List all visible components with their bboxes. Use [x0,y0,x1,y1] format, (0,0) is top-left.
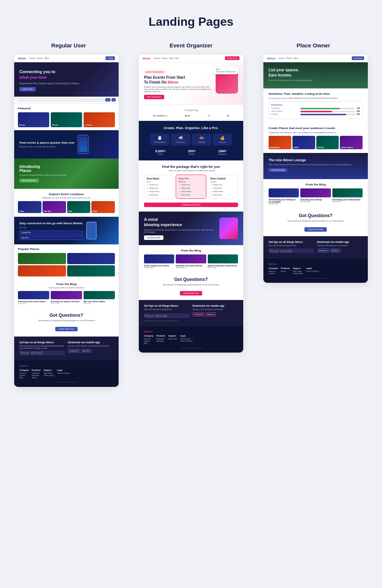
po-blog-card-3: Promoting your listed places Mike Sharp [332,188,363,205]
ru-popular-places: Popular Places [14,244,119,279]
ru-loc-cards: Lagos New York Paris Dubai [18,201,115,213]
ru-footer-copy: © 2023 Ibloov. All rights reserved. [19,381,113,383]
eo-cta-right-text: and get a 10% discount on all events [192,308,238,310]
eo-footer-link-about[interactable]: About Us [144,338,153,340]
eo-footer-link-terms[interactable]: Terms of Service [180,340,193,342]
ru-hero-cta[interactable]: EXPLORE [19,87,36,91]
ru-google-play-btn[interactable]: Google Play [19,231,83,235]
ru-footer-link-org[interactable]: Organisers [32,372,41,374]
ru-faq-btn[interactable]: VIEW OUR FAQ [55,327,78,331]
col-header-event: Event Organizer [139,42,243,49]
ru-featured-card-events[interactable]: Events [18,112,49,127]
ru-nav-btn-create[interactable]: Create [106,56,115,60]
ru-footer-link-about[interactable]: About Us [19,372,29,374]
ru-place-card-2[interactable] [67,253,115,264]
ru-filter-btn[interactable]: ≡ [112,98,116,101]
po-cat-hotels[interactable]: Hotels [292,136,315,149]
eo-stats: 9,000+ Users 200+ Events 10M+ Payments [144,149,238,155]
eo-blog-img-2[interactable] [176,254,206,263]
ru-blog: From the Blog Lorem ipsum dolor sit amet… [14,279,119,307]
ru-footer-link-privacy[interactable]: Privacy Policy [44,375,54,376]
eo-faq-btn[interactable]: VIEW OUR FAQ [180,291,202,295]
eo-footer-col-products-title: Products [156,335,165,337]
po-lounge-btn[interactable]: LEARN MORE [269,168,287,172]
eo-footer-link-att[interactable]: Attendees [156,340,165,342]
eo-blog-img-3[interactable] [208,254,238,263]
ru-phone-mock [78,135,89,154]
eo-footer-link-org[interactable]: Organisers [156,338,165,340]
ru-featured-card-places[interactable]: Places [51,112,82,127]
ru-footer-col-legal-title: Legal [57,369,70,371]
eo-pricing-btn[interactable]: COMPARE PRICING [144,203,238,207]
eo-stat-events: 200+ Events [188,149,195,155]
ru-loc-paris[interactable]: Paris [67,201,91,213]
ru-cta-google[interactable]: Google Play [68,349,80,353]
ru-nav-events: Events [29,57,35,59]
ru-search-input[interactable] [17,98,104,102]
eo-google-play-pill[interactable]: Google Play [192,312,204,316]
eo-cta-email-input[interactable] [144,313,190,318]
ru-place-card-4[interactable] [67,265,115,276]
ru-footer-link-careers[interactable]: Careers [19,375,29,376]
po-dash-bar-1 [300,108,355,109]
eo-nav-btn-create[interactable]: Create Event [225,56,239,60]
eo-footer-link-blog[interactable]: Blog [144,343,153,344]
po-google-play-pill[interactable]: Google Play [317,248,329,253]
ru-app-store-btn[interactable]: App Store [19,236,83,240]
po-footer-link-careers[interactable]: Careers [269,273,278,275]
po-footer-link-privacy[interactable]: Privacy Policy [293,273,303,275]
ru-app-promo-sub: Discover more, do more with our search [19,146,75,148]
po-cta-email-input[interactable] [269,248,314,253]
po-blog-img-2[interactable] [300,188,331,197]
po-nav-btn-list[interactable]: List Space [352,56,364,60]
eo-nav-actions: Create Event [225,56,239,60]
eo-nav: ibloov Events Places Blog FAQ Create Eve… [139,54,243,62]
eo-hero-btn[interactable]: GET STARTED [144,95,164,99]
ru-intro-btn[interactable]: GET STARTED [19,179,39,182]
po-create-title: Create Places that meet your audience's … [269,126,363,130]
eo-blog-img-1[interactable] [144,254,174,263]
po-footer-link-places[interactable]: Places [281,270,290,272]
ru-blog-img-2[interactable] [51,291,82,299]
po-blog-img-3[interactable] [332,188,363,197]
po-app-store-pill[interactable]: App Store [330,248,341,253]
ru-blog-img-3[interactable] [84,291,115,299]
eo-footer-link-careers[interactable]: Careers [144,340,153,342]
po-cat-restaurants[interactable]: Restaurants [269,136,291,149]
eo-cta-right: Download our mobile app and get a 10% di… [192,304,238,322]
ru-footer-link-att[interactable]: Attendees [32,375,41,376]
po-footer-link-about[interactable]: About Us [269,270,278,272]
po-footer-link-terms[interactable]: Terms of Service [306,270,319,272]
ru-loc-newyork[interactable]: New York [43,201,66,213]
po-dash-bar-3 [300,114,355,115]
ru-place-card-3[interactable] [18,265,66,276]
eo-vr-text: A mindblowing experience Experience even… [144,217,216,240]
ru-footer-link-places[interactable]: Places [32,377,41,379]
po-cat-tourists[interactable]: Tourists [316,136,339,149]
ru-featured: Featured Events Places Listings [14,104,119,130]
ru-footer-link-help[interactable]: Help Center [44,372,54,374]
eo-trusted-title: Trusted By [144,109,238,112]
eo-vr-btn[interactable]: LEARN MORE [144,235,163,240]
ru-featured-card-listings[interactable]: Listings [84,112,115,127]
po-blog-img-1[interactable] [269,188,299,197]
ru-place-card-1[interactable] [18,253,66,264]
ru-footer-link-terms[interactable]: Terms of Service [57,372,70,374]
ru-footer-link-blog[interactable]: Blog [19,377,29,379]
eo-blog-author-1: Arnold Spain [144,267,174,269]
po-footer-link-help[interactable]: Help Center [293,270,303,272]
ru-cta: Get tips on all things Ibloov We'll only… [14,337,119,361]
po-faq-btn[interactable]: VIEW OUR FAQ [304,227,327,232]
eo-footer-link-privacy[interactable]: Privacy Policy [180,338,193,340]
ru-search-btn[interactable]: 🔍 [105,98,110,101]
ru-loc-dubai[interactable]: Dubai [91,201,115,213]
po-create: Create Places that meet your audience's … [263,123,368,153]
eo-footer-link-help[interactable]: Help Center [168,338,177,340]
po-cat-fitness[interactable]: Fitness spaces [340,136,363,149]
ru-blog-img-1[interactable] [18,291,49,299]
ru-loc-lagos[interactable]: Lagos [18,201,41,213]
eo-app-store-pill[interactable]: App Store [206,312,216,316]
ru-cta-email-input[interactable] [19,351,65,355]
po-footer-col-legal: Legal Terms of Service [306,267,319,275]
ru-cta-apple[interactable]: App Store [81,349,91,353]
